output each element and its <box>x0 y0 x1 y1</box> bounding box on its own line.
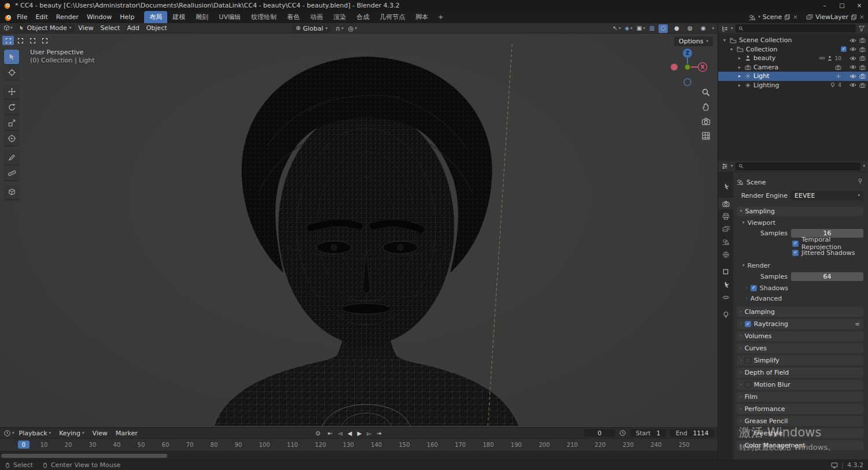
play-reverse-button[interactable]: ◀ <box>347 431 352 436</box>
axis-z-negative-handle[interactable] <box>684 79 691 86</box>
shadows-subpanel[interactable]: › ✓ Shadows <box>737 284 863 292</box>
render-samples-field[interactable]: 64 <box>791 272 863 281</box>
panel-freestyle[interactable]: › Freestyle <box>737 428 863 438</box>
expand-icon[interactable]: ▸ <box>737 83 742 88</box>
auto-keying-button[interactable]: ⊙ <box>315 431 320 436</box>
panel-volumes[interactable]: › Volumes <box>737 331 863 341</box>
panel-simplify[interactable]: › Simplify <box>737 356 863 365</box>
timeline-scrollbar[interactable] <box>1 454 167 458</box>
new-scene-icon[interactable] <box>784 14 790 20</box>
outliner-row-camera[interactable]: ▸ Camera <box>718 63 868 72</box>
editor-type-timeline-icon[interactable] <box>3 430 11 437</box>
subpanel-viewport[interactable]: ▾ Viewport <box>737 219 863 227</box>
tab-scene[interactable] <box>718 236 733 247</box>
tab-uv-editing[interactable]: UV编辑 <box>214 11 246 23</box>
panel-grease-pencil[interactable]: › Grease Pencil <box>737 416 863 426</box>
shading-rendered-button[interactable]: ◉ <box>698 24 708 33</box>
play-button[interactable]: ▶ <box>357 431 362 436</box>
remove-viewlayer-icon[interactable] <box>859 14 865 20</box>
panel-menu-icon[interactable]: ≡ <box>855 321 860 327</box>
tab-texture-paint[interactable]: 纹理绘制 <box>246 11 282 23</box>
eye-icon[interactable] <box>849 56 856 61</box>
tool-scale[interactable] <box>4 116 19 130</box>
tool-rotate[interactable] <box>4 100 19 114</box>
tool-measure[interactable] <box>4 166 19 180</box>
select-mode-subtract-button[interactable] <box>27 36 38 45</box>
menu-window[interactable]: Window <box>83 13 116 21</box>
shading-wireframe-button[interactable]: ◌ <box>659 24 668 33</box>
eye-icon[interactable] <box>849 38 856 43</box>
tool-add-cube[interactable] <box>4 185 19 199</box>
shading-material-button[interactable]: ◍ <box>685 24 694 33</box>
tab-layout[interactable]: 布局 <box>144 11 167 23</box>
render-camera-icon[interactable] <box>859 82 866 88</box>
tab-rendering[interactable]: 渲染 <box>328 11 351 23</box>
properties-search[interactable] <box>735 162 861 171</box>
advanced-subpanel[interactable]: › Advanced <box>737 294 863 302</box>
expand-icon[interactable]: ▸ <box>737 65 742 70</box>
current-frame-field[interactable]: 0 <box>584 429 615 437</box>
panel-sampling[interactable]: ▾ Sampling <box>737 206 863 216</box>
next-keyframe-button[interactable]: ▻ <box>367 431 372 436</box>
jump-to-end-button[interactable]: ⇥ <box>377 431 381 436</box>
outliner-row-light[interactable]: ▸ Light <box>718 72 868 81</box>
pin-icon[interactable] <box>857 178 863 184</box>
wireframe-model[interactable] <box>204 42 528 426</box>
menu-keying[interactable]: Keying▾ <box>56 430 87 437</box>
filter-icon[interactable] <box>858 25 865 32</box>
axis-x-negative-handle[interactable] <box>671 64 678 71</box>
temporal-reprojection-checkbox[interactable]: ✓ <box>792 240 799 247</box>
options-dropdown[interactable]: Options ▾ <box>674 36 713 46</box>
tool-select-box[interactable] <box>4 50 19 64</box>
snap-toggle[interactable]: ∩ ▾ <box>336 25 344 32</box>
tool-transform[interactable] <box>4 131 19 146</box>
overlays-dropdown[interactable]: ▣ ▾ <box>637 25 645 31</box>
start-frame-field[interactable]: Start1 <box>630 429 666 437</box>
tab-sculpting[interactable]: 雕刻 <box>190 11 214 23</box>
minimize-button[interactable]: – <box>816 0 833 11</box>
navigation-gizmo[interactable]: Z X <box>670 47 707 89</box>
tool-annotate[interactable] <box>4 150 19 165</box>
motion-blur-checkbox[interactable] <box>745 382 751 388</box>
menu-view[interactable]: View <box>75 24 97 32</box>
outliner-row-beauty[interactable]: ▸ beauty 10 <box>718 54 868 63</box>
preview-range-clock-icon[interactable] <box>619 430 626 436</box>
add-workspace-button[interactable]: + <box>433 11 448 23</box>
freestyle-checkbox[interactable] <box>745 430 751 436</box>
xray-toggle[interactable]: ▥ <box>649 25 654 31</box>
panel-raytracing[interactable]: › ✓ Raytracing ≡ <box>737 319 863 329</box>
menu-object[interactable]: Object <box>143 24 171 32</box>
tab-compositing[interactable]: 合成 <box>351 11 374 23</box>
menu-select[interactable]: Select <box>97 24 123 32</box>
outliner-row-lighting[interactable]: ▸ Lighting 4 <box>718 81 868 90</box>
properties-search-input[interactable] <box>746 163 858 169</box>
menu-add[interactable]: Add <box>123 24 142 32</box>
mode-dropdown[interactable]: Object Mode ▾ <box>15 24 75 32</box>
camera-view-icon[interactable] <box>701 117 711 126</box>
eye-icon[interactable] <box>849 74 856 79</box>
close-button[interactable]: × <box>851 0 868 11</box>
scene-selector[interactable]: Scene <box>763 13 782 21</box>
editor-type-outliner-icon[interactable] <box>721 25 729 32</box>
tab-object-data[interactable] <box>718 309 733 320</box>
chevron-down-icon[interactable]: ▾ <box>863 164 865 168</box>
menu-edit[interactable]: Edit <box>31 13 52 21</box>
menu-playback[interactable]: Playback▾ <box>16 430 55 437</box>
maximize-button[interactable]: □ <box>833 0 851 11</box>
tab-tool[interactable] <box>718 180 733 192</box>
menu-marker[interactable]: Marker <box>112 430 141 437</box>
tab-world[interactable] <box>718 249 733 260</box>
panel-curves[interactable]: › Curves <box>737 343 863 353</box>
collection-exclude-checkbox[interactable]: ✓ <box>841 46 847 52</box>
menu-view-timeline[interactable]: View <box>89 430 111 437</box>
panel-performance[interactable]: › Performance <box>737 404 863 414</box>
panel-color-management[interactable]: › Color Management <box>737 441 863 450</box>
viewlayer-icon[interactable] <box>806 14 813 21</box>
select-mode-intersect-button[interactable] <box>39 36 50 45</box>
expand-icon[interactable]: ▾ <box>729 47 734 52</box>
unlink-scene-icon[interactable] <box>793 14 798 20</box>
eye-icon[interactable] <box>849 47 856 51</box>
render-camera-icon[interactable] <box>859 64 866 71</box>
editor-type-3d-icon[interactable] <box>3 24 10 32</box>
raytracing-checkbox[interactable]: ✓ <box>745 321 751 327</box>
